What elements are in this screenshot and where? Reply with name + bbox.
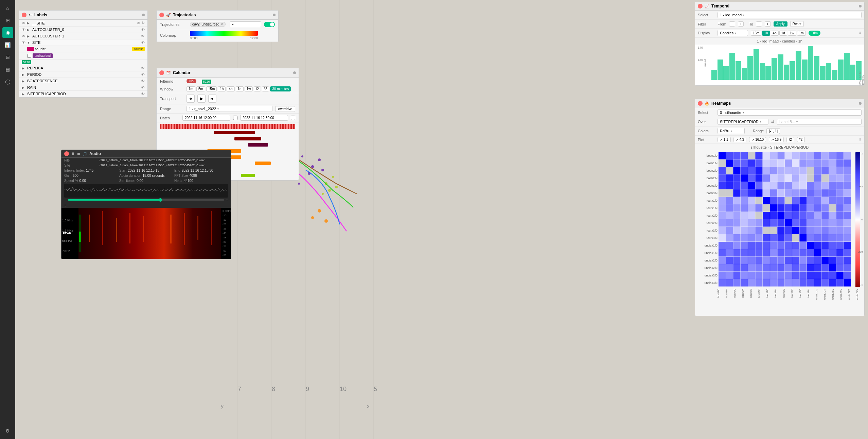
trajectories-drag-handle[interactable] [273, 14, 276, 16]
heatmaps-drag-handle[interactable] [859, 102, 862, 105]
transport-play-btn[interactable]: ▶ [197, 95, 206, 103]
window-1w-btn[interactable]: 1w [245, 86, 253, 91]
trajectory-tag-remove[interactable]: ✕ [220, 22, 223, 26]
transport-prev-btn[interactable]: ⏮ [187, 95, 195, 103]
temporal-close-button[interactable] [698, 4, 703, 9]
time-15m-btn[interactable]: 15m [751, 31, 761, 36]
hm-over-select[interactable]: SITEREPLICAPERIOD ▾ [718, 119, 768, 125]
window-15m-btn[interactable]: 15m [206, 86, 217, 91]
expand-icon[interactable]: ▶ [27, 21, 31, 25]
sidebar-layers-icon[interactable]: ⊞ [2, 15, 13, 26]
time-1d-btn[interactable]: 1d [779, 31, 787, 36]
window-5m-btn[interactable]: 5m [196, 86, 205, 91]
scroll-down-icon[interactable]: ↓ [64, 203, 66, 207]
eye-icon[interactable]: 👁 [22, 40, 25, 45]
expand-icon[interactable]: ▶ [22, 79, 26, 83]
eye-icon[interactable]: 👁 [22, 21, 25, 25]
filter-from-plus[interactable]: + [738, 21, 744, 27]
plot-16-10-btn[interactable]: ↗ 16:10 [749, 137, 766, 142]
audio-stop-icon[interactable]: ⏹ [77, 152, 81, 156]
time-1w-btn[interactable]: 1w [788, 31, 796, 36]
expand-icon[interactable]: ▶ [27, 28, 31, 32]
visibility-icon[interactable]: 👁 [141, 79, 145, 83]
temporal-select-box[interactable]: 1 - leq_maad ▾ [718, 12, 862, 18]
audio-pause-icon[interactable]: ⏸ [71, 152, 75, 156]
overdrive-button[interactable]: overdrive [275, 106, 295, 112]
sidebar-bar-icon[interactable]: ▦ [2, 64, 13, 75]
window-1h-btn[interactable]: 1h [218, 86, 226, 91]
window-div2-btn[interactable]: /2 [254, 86, 261, 91]
filter-to-plus[interactable]: + [765, 21, 771, 27]
filter-from-minus[interactable]: − [729, 21, 735, 27]
date-to-check[interactable] [291, 116, 295, 120]
plot-mul2-btn[interactable]: *2 [797, 137, 805, 142]
minus-icon[interactable]: − [64, 198, 66, 202]
trajectories-dropdown[interactable]: ▾ [230, 21, 261, 27]
hm-select-box[interactable]: 0 - silhouette ▾ [718, 109, 862, 116]
window-4h-btn[interactable]: 4h [227, 86, 234, 91]
visibility-icon[interactable]: 👁 [141, 40, 145, 45]
sidebar-home-icon[interactable]: ⌂ [2, 3, 13, 14]
window-1m-btn[interactable]: 1m [187, 86, 195, 91]
plot-div2-btn[interactable]: /2 [786, 137, 794, 142]
speed-slider-thumb[interactable] [159, 198, 162, 202]
display-select-box[interactable]: Candles ▾ [718, 30, 748, 36]
apply-button[interactable]: Apply [774, 21, 787, 27]
window-1d-btn[interactable]: 1d [236, 86, 244, 91]
labels-drag-handle[interactable] [142, 14, 145, 16]
time-1h-btn[interactable]: 1h [762, 31, 770, 36]
expand-icon[interactable]: ▶ [22, 66, 26, 70]
window-30min-btn[interactable]: 30 minutes [270, 86, 291, 91]
visibility-icon[interactable]: 👁 [141, 92, 145, 96]
filter-to-minus[interactable]: − [756, 21, 762, 27]
visibility-icon[interactable]: 👁 [141, 34, 145, 38]
visibility-icon[interactable]: 👁 [141, 66, 145, 70]
speed-slider-track[interactable] [68, 199, 224, 201]
eye-icon[interactable]: 👁 [22, 28, 25, 32]
calendar-drag-handle[interactable] [293, 71, 296, 74]
sidebar-grid-icon[interactable]: ⊟ [2, 52, 13, 63]
hm-download-icon[interactable]: ⬇ [858, 137, 862, 142]
trajectories-toggle[interactable] [264, 22, 275, 27]
audio-close-button[interactable] [64, 151, 69, 156]
plot-4-3-btn[interactable]: ↗ 4:3 [733, 137, 747, 142]
expand-icon[interactable]: ▶ [27, 34, 31, 38]
expand-icon[interactable]: ▶ [22, 73, 26, 77]
reset-button[interactable]: Reset [790, 21, 804, 27]
expand-icon[interactable]: ▶ [22, 86, 26, 89]
visibility-icon[interactable]: 👁 [137, 21, 140, 25]
hm-label-b-select[interactable]: Label B... ▾ [777, 119, 862, 125]
expand-icon[interactable]: ▶ [22, 92, 26, 96]
heatmaps-close-button[interactable] [698, 101, 703, 106]
visibility-icon[interactable]: 👁 [141, 72, 145, 77]
temporal-download-icon[interactable]: ⬇ [858, 31, 862, 35]
time-4h-btn[interactable]: 4h [771, 31, 779, 36]
expand-icon[interactable]: ▼ [27, 41, 31, 45]
eye-icon[interactable]: 👁 [22, 34, 25, 38]
refresh-icon[interactable]: ↻ [142, 21, 145, 25]
time-1m-btn[interactable]: 1m [797, 31, 806, 36]
date-from-input[interactable] [182, 115, 230, 121]
sidebar-chart-icon[interactable]: 📊 [2, 39, 13, 50]
plot-16-9-btn[interactable]: ↗ 16:9 [769, 137, 784, 142]
sidebar-circle-icon[interactable]: ◯ [2, 76, 13, 87]
date-to-input[interactable] [240, 115, 288, 121]
visibility-icon[interactable]: 👁 [141, 28, 145, 32]
undisturbed-checkbox[interactable] [27, 54, 31, 58]
hm-sync-icon[interactable]: ⇄ [771, 120, 774, 124]
sidebar-settings-icon[interactable]: ⚙ [2, 425, 13, 436]
temporal-drag-handle[interactable] [859, 5, 862, 7]
transport-next-btn[interactable]: ⏭ [208, 95, 216, 103]
filtering-toggle[interactable]: No [187, 79, 196, 83]
trajectories-close-button[interactable] [159, 13, 164, 17]
plot-1-1-btn[interactable]: ↗ 1:1 [718, 137, 731, 142]
visibility-icon[interactable]: 👁 [141, 85, 145, 89]
window-mul2-btn[interactable]: *2 [262, 86, 269, 91]
trim-toggle[interactable]: Trim [809, 31, 821, 36]
labels-close-button[interactable] [22, 13, 26, 17]
date-from-check[interactable] [233, 116, 237, 120]
hm-colors-select[interactable]: RdBu ▾ [718, 128, 745, 134]
calendar-close-button[interactable] [159, 70, 164, 75]
sidebar-map-icon[interactable]: ◉ [2, 27, 13, 38]
range-select[interactable]: 1 - r_nov1_2022 ▾ [187, 106, 272, 112]
